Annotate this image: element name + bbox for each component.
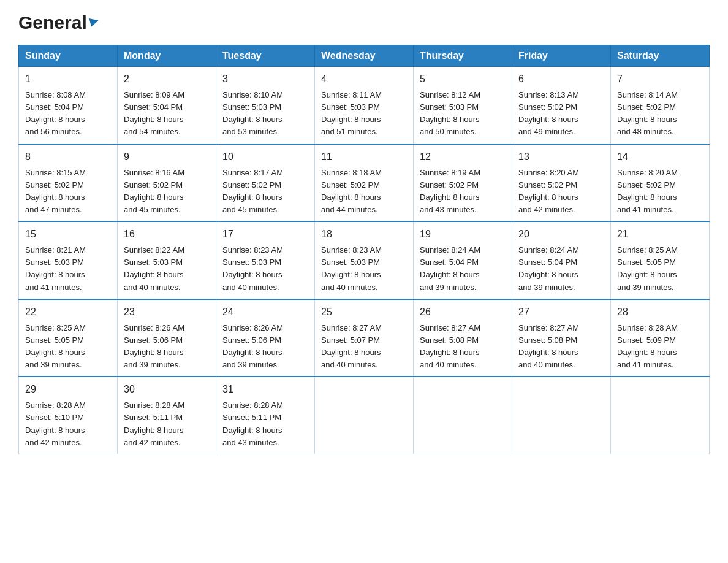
calendar-cell: 17Sunrise: 8:23 AMSunset: 5:03 PMDayligh…: [216, 221, 315, 299]
logo-general: General: [18, 12, 87, 33]
svg-marker-0: [89, 16, 99, 26]
calendar-cell: 6Sunrise: 8:13 AMSunset: 5:02 PMDaylight…: [512, 67, 611, 144]
day-number: 11: [321, 150, 407, 164]
calendar-cell: 3Sunrise: 8:10 AMSunset: 5:03 PMDaylight…: [216, 67, 315, 144]
day-info: Sunrise: 8:09 AMSunset: 5:04 PMDaylight:…: [124, 89, 210, 139]
calendar-cell: 21Sunrise: 8:25 AMSunset: 5:05 PMDayligh…: [611, 221, 710, 299]
calendar-cell: 5Sunrise: 8:12 AMSunset: 5:03 PMDaylight…: [414, 67, 512, 144]
day-number: 14: [617, 150, 703, 164]
day-info: Sunrise: 8:20 AMSunset: 5:02 PMDaylight:…: [617, 167, 703, 216]
day-info: Sunrise: 8:13 AMSunset: 5:02 PMDaylight:…: [518, 89, 604, 139]
day-number: 10: [222, 150, 308, 164]
day-info: Sunrise: 8:10 AMSunset: 5:03 PMDaylight:…: [222, 89, 308, 139]
day-number: 30: [124, 382, 210, 397]
calendar-table: SundayMondayTuesdayWednesdayThursdayFrid…: [18, 45, 710, 454]
calendar-cell: 23Sunrise: 8:26 AMSunset: 5:06 PMDayligh…: [118, 299, 216, 377]
day-info: Sunrise: 8:26 AMSunset: 5:06 PMDaylight:…: [222, 322, 308, 372]
day-info: Sunrise: 8:12 AMSunset: 5:03 PMDaylight:…: [420, 89, 506, 139]
day-number: 20: [518, 227, 604, 242]
day-info: Sunrise: 8:15 AMSunset: 5:02 PMDaylight:…: [25, 167, 111, 216]
calendar-cell: 7Sunrise: 8:14 AMSunset: 5:02 PMDaylight…: [611, 67, 710, 144]
day-number: 16: [124, 227, 210, 242]
day-number: 5: [420, 72, 506, 86]
calendar-cell: 9Sunrise: 8:16 AMSunset: 5:02 PMDaylight…: [118, 144, 216, 222]
day-number: 17: [222, 227, 308, 242]
day-info: Sunrise: 8:27 AMSunset: 5:07 PMDaylight:…: [321, 322, 407, 372]
day-info: Sunrise: 8:08 AMSunset: 5:04 PMDaylight:…: [25, 89, 111, 139]
day-info: Sunrise: 8:26 AMSunset: 5:06 PMDaylight:…: [124, 322, 210, 372]
calendar-cell: 27Sunrise: 8:27 AMSunset: 5:08 PMDayligh…: [512, 299, 611, 377]
day-number: 6: [518, 72, 604, 86]
day-number: 26: [420, 305, 506, 320]
day-number: 25: [321, 305, 407, 320]
day-number: 18: [321, 227, 407, 242]
day-info: Sunrise: 8:23 AMSunset: 5:03 PMDaylight:…: [222, 244, 308, 294]
day-number: 19: [420, 227, 506, 242]
day-info: Sunrise: 8:28 AMSunset: 5:10 PMDaylight:…: [25, 399, 111, 449]
day-number: 21: [617, 227, 703, 242]
day-number: 1: [25, 72, 111, 86]
calendar-cell: [512, 377, 611, 454]
day-info: Sunrise: 8:25 AMSunset: 5:05 PMDaylight:…: [617, 244, 703, 294]
calendar-cell: 16Sunrise: 8:22 AMSunset: 5:03 PMDayligh…: [118, 221, 216, 299]
calendar-cell: 13Sunrise: 8:20 AMSunset: 5:02 PMDayligh…: [512, 144, 611, 222]
calendar-cell: 4Sunrise: 8:11 AMSunset: 5:03 PMDaylight…: [315, 67, 414, 144]
calendar-cell: 2Sunrise: 8:09 AMSunset: 5:04 PMDaylight…: [118, 67, 216, 144]
day-info: Sunrise: 8:20 AMSunset: 5:02 PMDaylight:…: [518, 167, 604, 216]
day-info: Sunrise: 8:28 AMSunset: 5:09 PMDaylight:…: [617, 322, 703, 372]
day-info: Sunrise: 8:21 AMSunset: 5:03 PMDaylight:…: [25, 244, 111, 294]
calendar-cell: 31Sunrise: 8:28 AMSunset: 5:11 PMDayligh…: [216, 377, 315, 454]
calendar-cell: 19Sunrise: 8:24 AMSunset: 5:04 PMDayligh…: [414, 221, 512, 299]
day-number: 3: [222, 72, 308, 86]
day-info: Sunrise: 8:14 AMSunset: 5:02 PMDaylight:…: [617, 89, 703, 139]
calendar-cell: 14Sunrise: 8:20 AMSunset: 5:02 PMDayligh…: [611, 144, 710, 222]
day-info: Sunrise: 8:18 AMSunset: 5:02 PMDaylight:…: [321, 167, 407, 216]
col-header-thursday: Thursday: [414, 45, 512, 67]
day-info: Sunrise: 8:16 AMSunset: 5:02 PMDaylight:…: [124, 167, 210, 216]
day-number: 31: [222, 382, 308, 397]
day-number: 13: [518, 150, 604, 164]
day-number: 23: [124, 305, 210, 320]
calendar-cell: 29Sunrise: 8:28 AMSunset: 5:10 PMDayligh…: [19, 377, 118, 454]
col-header-sunday: Sunday: [19, 45, 118, 67]
calendar-cell: 18Sunrise: 8:23 AMSunset: 5:03 PMDayligh…: [315, 221, 414, 299]
day-info: Sunrise: 8:25 AMSunset: 5:05 PMDaylight:…: [25, 322, 111, 372]
col-header-friday: Friday: [512, 45, 611, 67]
col-header-wednesday: Wednesday: [315, 45, 414, 67]
calendar-cell: [315, 377, 414, 454]
day-number: 12: [420, 150, 506, 164]
logo-triangle-icon: [89, 16, 100, 29]
calendar-cell: 24Sunrise: 8:26 AMSunset: 5:06 PMDayligh…: [216, 299, 315, 377]
day-info: Sunrise: 8:17 AMSunset: 5:02 PMDaylight:…: [222, 167, 308, 216]
day-info: Sunrise: 8:28 AMSunset: 5:11 PMDaylight:…: [124, 399, 210, 449]
day-info: Sunrise: 8:24 AMSunset: 5:04 PMDaylight:…: [420, 244, 506, 294]
calendar-cell: [611, 377, 710, 454]
day-number: 9: [124, 150, 210, 164]
day-info: Sunrise: 8:19 AMSunset: 5:02 PMDaylight:…: [420, 167, 506, 216]
calendar-cell: 26Sunrise: 8:27 AMSunset: 5:08 PMDayligh…: [414, 299, 512, 377]
calendar-cell: 10Sunrise: 8:17 AMSunset: 5:02 PMDayligh…: [216, 144, 315, 222]
day-number: 22: [25, 305, 111, 320]
day-number: 28: [617, 305, 703, 320]
calendar-cell: 25Sunrise: 8:27 AMSunset: 5:07 PMDayligh…: [315, 299, 414, 377]
day-number: 15: [25, 227, 111, 242]
day-number: 7: [617, 72, 703, 86]
day-info: Sunrise: 8:28 AMSunset: 5:11 PMDaylight:…: [222, 399, 308, 449]
logo: General: [18, 12, 100, 33]
col-header-monday: Monday: [118, 45, 216, 67]
calendar-cell: 11Sunrise: 8:18 AMSunset: 5:02 PMDayligh…: [315, 144, 414, 222]
calendar-cell: 28Sunrise: 8:28 AMSunset: 5:09 PMDayligh…: [611, 299, 710, 377]
calendar-cell: 1Sunrise: 8:08 AMSunset: 5:04 PMDaylight…: [19, 67, 118, 144]
day-number: 27: [518, 305, 604, 320]
day-number: 8: [25, 150, 111, 164]
col-header-saturday: Saturday: [611, 45, 710, 67]
day-info: Sunrise: 8:24 AMSunset: 5:04 PMDaylight:…: [518, 244, 604, 294]
day-info: Sunrise: 8:27 AMSunset: 5:08 PMDaylight:…: [518, 322, 604, 372]
page-header: General: [18, 12, 710, 33]
day-info: Sunrise: 8:22 AMSunset: 5:03 PMDaylight:…: [124, 244, 210, 294]
calendar-cell: 30Sunrise: 8:28 AMSunset: 5:11 PMDayligh…: [118, 377, 216, 454]
col-header-tuesday: Tuesday: [216, 45, 315, 67]
day-info: Sunrise: 8:27 AMSunset: 5:08 PMDaylight:…: [420, 322, 506, 372]
calendar-cell: 8Sunrise: 8:15 AMSunset: 5:02 PMDaylight…: [19, 144, 118, 222]
day-number: 2: [124, 72, 210, 86]
